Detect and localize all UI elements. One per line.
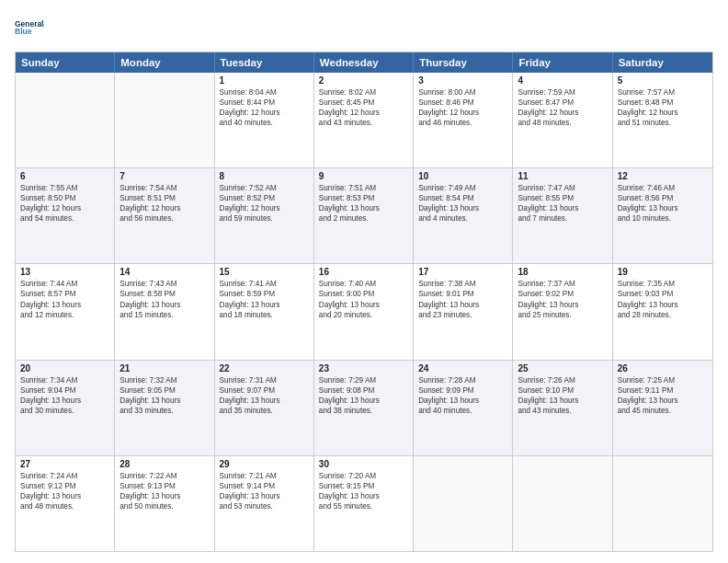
calendar-cell: 4Sunrise: 7:59 AMSunset: 8:47 PMDaylight…: [513, 73, 612, 167]
cell-line: Sunrise: 7:35 AM: [618, 279, 708, 289]
cell-line: and 48 minutes.: [518, 118, 607, 128]
cell-line: Sunset: 8:44 PM: [220, 98, 309, 108]
day-number: 17: [418, 267, 507, 277]
calendar-header: SundayMondayTuesdayWednesdayThursdayFrid…: [16, 52, 712, 73]
calendar-cell: 20Sunrise: 7:34 AMSunset: 9:04 PMDayligh…: [16, 361, 115, 455]
calendar-row-4: 27Sunrise: 7:24 AMSunset: 9:12 PMDayligh…: [16, 456, 712, 551]
cell-line: and 55 minutes.: [319, 501, 408, 511]
calendar-cell: 13Sunrise: 7:44 AMSunset: 8:57 PMDayligh…: [16, 264, 115, 359]
cell-line: Sunset: 9:15 PM: [319, 481, 408, 491]
cell-line: Sunrise: 7:44 AM: [20, 279, 109, 289]
day-number: 20: [20, 363, 109, 373]
calendar-cell: 15Sunrise: 7:41 AMSunset: 8:59 PMDayligh…: [215, 264, 314, 359]
cell-line: and 54 minutes.: [20, 213, 109, 224]
calendar-cell: 30Sunrise: 7:20 AMSunset: 9:15 PMDayligh…: [314, 456, 414, 551]
day-number: 22: [220, 363, 309, 373]
cell-line: Sunset: 8:46 PM: [418, 98, 507, 108]
cell-line: Sunset: 8:59 PM: [220, 289, 309, 299]
cell-line: Sunset: 8:57 PM: [20, 289, 109, 299]
day-number: 8: [220, 171, 309, 181]
cell-line: and 40 minutes.: [418, 406, 507, 416]
cell-line: Sunrise: 7:52 AM: [220, 183, 309, 193]
calendar-cell: 8Sunrise: 7:52 AMSunset: 8:52 PMDaylight…: [215, 168, 314, 263]
calendar-cell: [513, 456, 612, 551]
cell-line: and 38 minutes.: [319, 406, 408, 416]
cell-line: Sunrise: 7:40 AM: [319, 279, 408, 289]
calendar-cell: 1Sunrise: 8:04 AMSunset: 8:44 PMDaylight…: [215, 73, 314, 167]
cell-line: Sunset: 9:04 PM: [20, 385, 109, 396]
header-day-wednesday: Wednesday: [314, 52, 414, 73]
cell-line: Sunset: 8:53 PM: [319, 193, 408, 203]
cell-line: Daylight: 12 hours: [418, 108, 507, 118]
cell-line: Daylight: 13 hours: [319, 491, 408, 501]
header-day-sunday: Sunday: [16, 52, 115, 73]
cell-line: Sunset: 9:01 PM: [418, 289, 507, 299]
cell-line: and 43 minutes.: [319, 118, 408, 128]
calendar-cell: 22Sunrise: 7:31 AMSunset: 9:07 PMDayligh…: [215, 361, 314, 455]
cell-line: Daylight: 13 hours: [418, 396, 507, 406]
cell-line: Sunrise: 7:49 AM: [418, 183, 507, 193]
calendar-cell: 9Sunrise: 7:51 AMSunset: 8:53 PMDaylight…: [314, 168, 414, 263]
cell-line: Sunrise: 7:41 AM: [220, 279, 309, 289]
cell-line: and 40 minutes.: [220, 118, 309, 128]
cell-line: Sunset: 9:07 PM: [220, 385, 309, 396]
cell-line: Daylight: 12 hours: [20, 203, 109, 213]
day-number: 15: [220, 267, 309, 277]
cell-line: Sunset: 8:47 PM: [518, 98, 607, 108]
cell-line: Daylight: 13 hours: [20, 396, 109, 406]
cell-line: Daylight: 13 hours: [418, 203, 507, 213]
day-number: 28: [119, 459, 209, 469]
day-number: 13: [20, 267, 109, 277]
cell-line: and 2 minutes.: [319, 213, 408, 224]
header-day-friday: Friday: [513, 52, 612, 73]
cell-line: Sunrise: 7:54 AM: [119, 183, 209, 193]
calendar-cell: 28Sunrise: 7:22 AMSunset: 9:13 PMDayligh…: [115, 456, 214, 551]
cell-line: Sunset: 8:56 PM: [618, 193, 708, 203]
cell-line: Sunrise: 7:37 AM: [518, 279, 607, 289]
cell-line: Daylight: 13 hours: [518, 396, 607, 406]
cell-line: Daylight: 13 hours: [518, 300, 607, 310]
calendar-row-1: 6Sunrise: 7:55 AMSunset: 8:50 PMDaylight…: [16, 168, 712, 264]
cell-line: and 23 minutes.: [418, 310, 507, 320]
calendar-cell: 19Sunrise: 7:35 AMSunset: 9:03 PMDayligh…: [613, 264, 712, 359]
calendar-cell: 2Sunrise: 8:02 AMSunset: 8:45 PMDaylight…: [314, 73, 414, 167]
cell-line: and 7 minutes.: [518, 213, 607, 224]
day-number: 24: [418, 363, 507, 373]
calendar-cell: 27Sunrise: 7:24 AMSunset: 9:12 PMDayligh…: [16, 456, 115, 551]
cell-line: Sunset: 9:12 PM: [20, 481, 109, 491]
cell-line: Sunrise: 7:26 AM: [518, 375, 607, 385]
logo: General Blue: [15, 11, 44, 44]
day-number: 4: [518, 75, 607, 86]
cell-line: and 48 minutes.: [20, 501, 109, 511]
cell-line: Sunrise: 7:47 AM: [518, 183, 607, 193]
cell-line: Sunset: 9:09 PM: [418, 385, 507, 396]
cell-line: Daylight: 13 hours: [618, 203, 708, 213]
cell-line: Sunset: 9:05 PM: [119, 385, 209, 396]
cell-line: and 56 minutes.: [119, 213, 209, 224]
cell-line: Daylight: 12 hours: [518, 108, 607, 118]
cell-line: Sunrise: 7:34 AM: [20, 375, 109, 385]
day-number: 30: [319, 459, 408, 469]
calendar-cell: 6Sunrise: 7:55 AMSunset: 8:50 PMDaylight…: [16, 168, 115, 263]
calendar-cell: 26Sunrise: 7:25 AMSunset: 9:11 PMDayligh…: [613, 361, 712, 455]
day-number: 7: [119, 171, 209, 181]
cell-line: Sunrise: 7:31 AM: [220, 375, 309, 385]
cell-line: Sunrise: 7:57 AM: [618, 87, 708, 98]
cell-line: Sunset: 8:55 PM: [518, 193, 607, 203]
day-number: 2: [319, 75, 408, 86]
cell-line: Daylight: 13 hours: [618, 396, 708, 406]
calendar-cell: 10Sunrise: 7:49 AMSunset: 8:54 PMDayligh…: [414, 168, 513, 263]
cell-line: Sunrise: 8:00 AM: [418, 87, 507, 98]
cell-line: Sunset: 8:45 PM: [319, 98, 408, 108]
cell-line: and 51 minutes.: [618, 118, 708, 128]
cell-line: and 53 minutes.: [220, 501, 309, 511]
calendar-cell: [16, 73, 115, 167]
cell-line: Sunrise: 7:25 AM: [618, 375, 708, 385]
cell-line: Sunrise: 7:43 AM: [119, 279, 209, 289]
cell-line: Daylight: 13 hours: [418, 300, 507, 310]
day-number: 29: [220, 459, 309, 469]
cell-line: and 4 minutes.: [418, 213, 507, 224]
day-number: 5: [618, 75, 708, 86]
day-number: 18: [518, 267, 607, 277]
cell-line: Daylight: 12 hours: [220, 108, 309, 118]
